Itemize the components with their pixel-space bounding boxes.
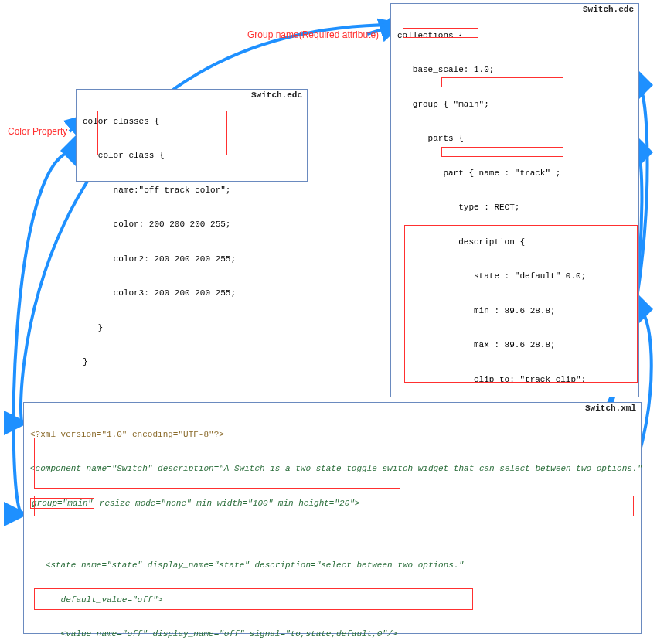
- group-main-attr: group="main": [30, 498, 94, 509]
- code-line: collections {: [397, 30, 632, 42]
- code-line: max : 89.6 28.8;: [397, 339, 632, 351]
- panel-color-classes: Switch.edc color_classes { color_class {…: [76, 89, 308, 182]
- panel-xml-title: Switch.xml: [585, 404, 636, 413]
- code-line: <value name="off" display_name="off" sig…: [30, 629, 635, 640]
- label-group-name: Group name(Required attribute): [247, 29, 379, 40]
- code-line: description {: [397, 237, 632, 248]
- code-line: <state name="state" display_name="state"…: [30, 560, 635, 571]
- code-line: base_scale: 1.0;: [397, 64, 632, 76]
- panel-collections-title: Switch.edc: [583, 5, 634, 14]
- code-line: color2: 200 200 200 255;: [83, 254, 301, 265]
- code-line: color_class {: [83, 150, 301, 162]
- code-line: color_classes {: [83, 116, 301, 128]
- code-line: default_value="off">: [30, 595, 635, 606]
- code-line: state : "default" 0.0;: [397, 271, 632, 282]
- panel-collections: Switch.edc collections { base_scale: 1.0…: [390, 3, 639, 397]
- panel-xml: Switch.xml <?xml version="1.0" encoding=…: [23, 402, 642, 634]
- panel-color-title: Switch.edc: [251, 90, 302, 100]
- code-line: part { name : "track" ;: [397, 168, 632, 179]
- code-line: color: 200 200 200 255;: [83, 219, 301, 230]
- code-line: }: [83, 322, 301, 334]
- code-line: name:"off_track_color";: [83, 185, 301, 196]
- code-xml: <?xml version="1.0" encoding="UTF-8"?> <…: [30, 406, 635, 644]
- code-line: }: [83, 356, 301, 368]
- code-line: min : 89.6 28.8;: [397, 305, 632, 317]
- code-line: color3: 200 200 200 255;: [83, 288, 301, 299]
- code-line: parts {: [397, 133, 632, 145]
- code-line: group { "main";: [397, 99, 632, 111]
- code-line: <component name="Switch" description="A …: [30, 463, 635, 475]
- code-line: type : RECT;: [397, 202, 632, 213]
- code-line: clip_to: "track_clip";: [397, 374, 632, 386]
- code-color-classes: color_classes { color_class { name:"off_…: [83, 93, 301, 391]
- label-color-property: Color Property: [8, 126, 67, 137]
- code-line: <?xml version="1.0" encoding="UTF-8"?>: [30, 429, 635, 441]
- code-line: group="main" resize_mode="none" min_widt…: [30, 498, 635, 509]
